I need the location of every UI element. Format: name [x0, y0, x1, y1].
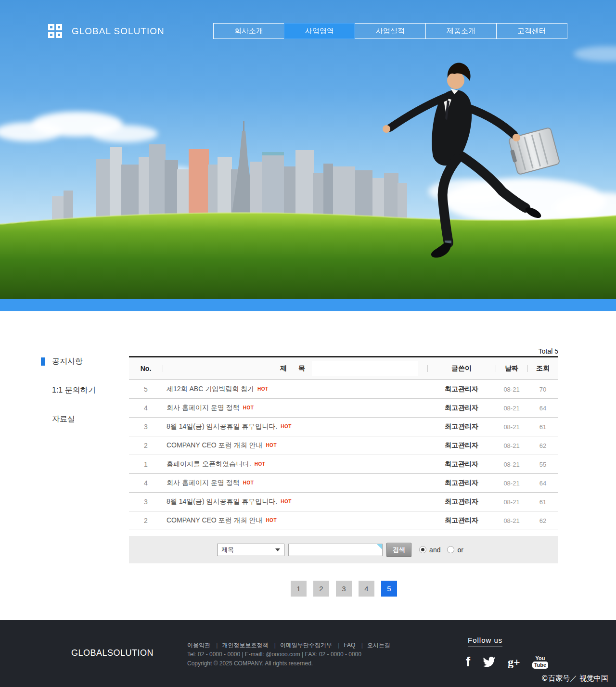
row-number: 1 — [129, 460, 163, 468]
row-title[interactable]: COMPANY CEO 포럼 개최 안내HOT — [163, 516, 427, 525]
logo-grid-icon — [48, 24, 62, 38]
row-date: 08-21 — [496, 423, 527, 431]
row-title[interactable]: 회사 홈페이지 운영 정책HOT — [163, 479, 427, 487]
column-divider — [427, 365, 428, 372]
row-title[interactable]: 제12회 ABC 기업박람회 참가HOT — [163, 385, 427, 394]
search-button[interactable]: 검색 — [386, 543, 411, 557]
facebook-icon[interactable]: f — [466, 655, 470, 670]
nav-item[interactable]: 사업영역 — [284, 23, 355, 39]
row-writer: 최고관리자 — [427, 516, 496, 525]
board-rows: 5 제12회 ABC 기업박람회 참가HOT 최고관리자 08-21 70 4 … — [129, 380, 558, 530]
board-search-bar: 제목 검색 and or — [129, 536, 558, 563]
row-writer: 최고관리자 — [427, 460, 496, 469]
row-date: 08-21 — [496, 480, 527, 487]
search-operators: and or — [419, 546, 470, 554]
row-title[interactable]: 8월 14일(금) 임시공휴일 휴무입니다.HOT — [163, 497, 427, 506]
follow-us-label[interactable]: Follow us — [468, 636, 502, 647]
row-views: 64 — [527, 480, 558, 487]
row-writer: 최고관리자 — [427, 441, 496, 450]
row-title-text: 홈페이지를 오픈하였습니다. — [167, 460, 251, 468]
table-row[interactable]: 4 회사 홈페이지 운영 정책HOT 최고관리자 08-21 64 — [129, 474, 558, 493]
sidebar-item[interactable]: 1:1 문의하기 — [41, 385, 123, 395]
page-button[interactable]: 2 — [313, 581, 329, 597]
col-writer: 글쓴이 — [427, 364, 496, 373]
nav-item[interactable]: 회사소개 — [213, 23, 284, 39]
row-number: 2 — [129, 442, 163, 449]
table-row[interactable]: 3 8월 14일(금) 임시공휴일 휴무입니다.HOT 최고관리자 08-21 … — [129, 418, 558, 436]
sidebar-item-label: 1:1 문의하기 — [52, 385, 96, 395]
row-writer: 최고관리자 — [427, 385, 496, 394]
search-field-select[interactable]: 제목 — [217, 544, 284, 556]
row-number: 2 — [129, 517, 163, 524]
site-logo[interactable]: GLOBAL SOLUTION — [48, 24, 165, 38]
sidebar-item[interactable]: 자료실 — [41, 414, 123, 424]
page-button[interactable]: 4 — [359, 581, 374, 597]
table-row[interactable]: 1 홈페이지를 오픈하였습니다.HOT 최고관리자 08-21 55 — [129, 455, 558, 474]
row-writer: 최고관리자 — [427, 404, 496, 412]
input-corner-decoration — [377, 544, 382, 549]
nav-item-label: 제품소개 — [447, 26, 475, 36]
sidebar-item[interactable]: 공지사항 — [41, 356, 123, 367]
nav-item[interactable]: 고객센터 — [496, 23, 567, 39]
row-number: 4 — [129, 404, 163, 412]
column-divider — [527, 365, 528, 372]
main-nav: 회사소개 사업영역 사업실적 제품소개 고객센터 — [213, 23, 567, 39]
col-no: No. — [129, 365, 163, 372]
nav-item-label: 사업영역 — [305, 26, 334, 36]
hero-illustration — [0, 0, 616, 299]
header-inline-input[interactable] — [312, 361, 418, 376]
table-row[interactable]: 2 COMPANY CEO 포럼 개최 안내HOT 최고관리자 08-21 62 — [129, 436, 558, 455]
row-date: 08-21 — [496, 442, 527, 449]
row-title-text: 제12회 ABC 기업박람회 참가 — [167, 385, 254, 393]
row-title[interactable]: 회사 홈페이지 운영 정책HOT — [163, 404, 427, 412]
col-date: 날짜 — [496, 364, 527, 373]
sidebar: 공지사항 1:1 문의하기 자료실 — [41, 356, 123, 443]
hot-badge: HOT — [243, 480, 254, 485]
radio-or[interactable] — [447, 546, 454, 553]
row-views: 62 — [527, 517, 558, 524]
table-row[interactable]: 3 8월 14일(금) 임시공휴일 휴무입니다.HOT 최고관리자 08-21 … — [129, 493, 558, 511]
footer-link[interactable]: 이메일무단수집거부 — [270, 642, 332, 649]
footer-link[interactable]: FAQ — [334, 642, 355, 649]
footer-copyright: Copyright © 2025 COMPANY. All rights res… — [187, 660, 390, 668]
table-row[interactable]: 5 제12회 ABC 기업박람회 참가HOT 최고관리자 08-21 70 — [129, 380, 558, 399]
row-title[interactable]: 홈페이지를 오픈하였습니다.HOT — [163, 460, 427, 469]
row-writer: 최고관리자 — [427, 422, 496, 431]
row-views: 62 — [527, 442, 558, 449]
youtube-icon-top: You — [535, 656, 545, 661]
page-button[interactable]: 5 — [381, 581, 397, 597]
hot-badge: HOT — [243, 405, 254, 410]
pagination: 1 2 3 4 5 — [291, 581, 397, 597]
footer-link[interactable]: 이용약관 — [187, 642, 210, 649]
footer: GLOBALSOLUTION 이용약관 개인정보보호정책 이메일무단수집거부 F… — [0, 620, 616, 687]
grass-field — [0, 213, 616, 299]
row-number: 5 — [129, 385, 163, 393]
row-views: 55 — [527, 461, 558, 468]
sidebar-item-label: 공지사항 — [52, 356, 83, 367]
twitter-icon[interactable] — [482, 657, 496, 668]
row-views: 64 — [527, 405, 558, 412]
hot-badge: HOT — [255, 461, 266, 467]
row-title-text: 회사 홈페이지 운영 정책 — [167, 479, 240, 486]
search-input[interactable] — [288, 544, 383, 556]
footer-link[interactable]: 개인정보보호정책 — [212, 642, 268, 649]
youtube-icon[interactable]: You Tube — [532, 656, 548, 669]
table-row[interactable]: 2 COMPANY CEO 포럼 개최 안내HOT 최고관리자 08-21 62 — [129, 511, 558, 530]
search-field-value: 제목 — [221, 546, 234, 554]
page-button[interactable]: 1 — [291, 581, 307, 597]
footer-link[interactable]: 오시는길 — [357, 642, 390, 649]
row-title[interactable]: COMPANY CEO 포럼 개최 안내HOT — [163, 441, 427, 450]
page-button[interactable]: 3 — [336, 581, 352, 597]
row-writer: 최고관리자 — [427, 479, 496, 487]
blue-divider — [0, 299, 616, 311]
nav-item[interactable]: 사업실적 — [355, 23, 426, 39]
radio-and[interactable] — [419, 546, 426, 553]
row-title[interactable]: 8월 14일(금) 임시공휴일 휴무입니다.HOT — [163, 422, 427, 431]
nav-item[interactable]: 제품소개 — [425, 23, 497, 39]
row-title-text: 8월 14일(금) 임시공휴일 휴무입니다. — [167, 497, 277, 505]
googleplus-icon[interactable]: g+ — [508, 656, 520, 669]
watermark: ©百家号／ 视觉中国 — [541, 674, 608, 683]
table-row[interactable]: 4 회사 홈페이지 운영 정책HOT 최고관리자 08-21 64 — [129, 399, 558, 418]
hot-badge: HOT — [281, 424, 292, 429]
col-views: 조회 — [527, 364, 558, 373]
